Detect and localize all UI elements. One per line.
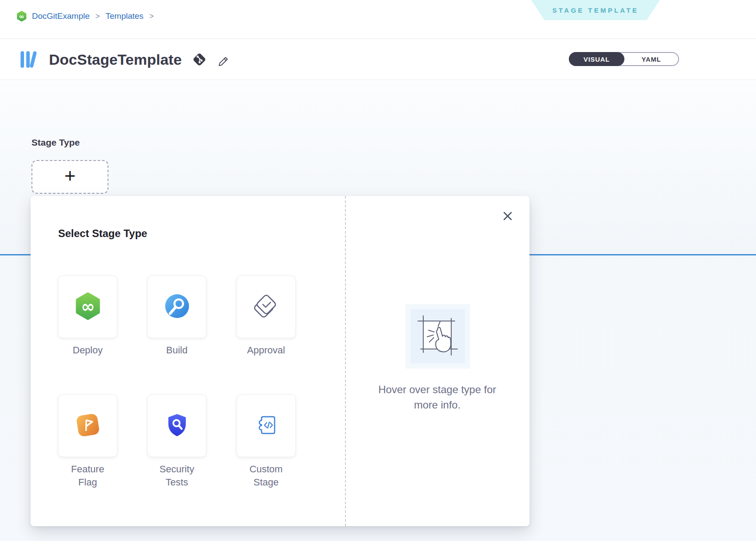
stage-type-label-approval: Approval — [247, 344, 285, 357]
page-title: DocStageTemplate — [49, 51, 182, 68]
popover-divider — [345, 196, 346, 526]
title-row: DocStageTemplate — [19, 49, 230, 70]
stage-type-label-deploy: Deploy — [73, 344, 102, 357]
breadcrumb-project-link[interactable]: DocGitExample — [32, 11, 90, 21]
hover-hint-line2: more info. — [345, 397, 530, 412]
stage-type-cell-deploy: ∞ Deploy — [58, 276, 117, 394]
hover-hint-illustration — [405, 304, 470, 369]
toggle-visual[interactable]: VISUAL — [569, 52, 624, 66]
approval-check-diamonds-icon — [252, 293, 281, 321]
stage-type-deploy[interactable]: ∞ — [58, 276, 117, 338]
stage-type-cell-feature-flag: Feature Flag — [58, 394, 117, 513]
hover-hint-line1: Hover over stage type for — [345, 382, 530, 397]
breadcrumb: ∞ DocGitExample > Templates > — [16, 10, 155, 22]
harness-project-hexagon-icon: ∞ — [16, 10, 27, 22]
stage-type-label: Stage Type — [31, 137, 80, 148]
stage-type-label-feature-flag: Feature Flag — [64, 463, 112, 489]
breadcrumb-separator: > — [148, 12, 155, 21]
top-header: ∞ DocGitExample > Templates > STAGE TEMP… — [0, 0, 756, 39]
stage-type-grid: ∞ Deploy — [58, 276, 296, 513]
stage-type-cell-custom-stage: Custom Stage — [237, 394, 296, 513]
git-sync-diamond-icon — [192, 52, 206, 66]
title-bar: DocStageTemplate VISUAL YA — [0, 39, 756, 80]
stage-type-approval[interactable] — [237, 276, 296, 338]
stage-type-custom-stage[interactable] — [237, 394, 296, 457]
add-stage-button[interactable]: + — [31, 160, 108, 194]
harness-ci-circle-magnifier-icon — [164, 293, 190, 321]
stage-type-feature-flag[interactable] — [58, 394, 117, 457]
custom-stage-code-ticket-icon — [254, 412, 279, 440]
click-hand-sketch-icon — [411, 309, 464, 364]
stage-type-cell-approval: Approval — [237, 276, 296, 394]
harness-cd-hexagon-infinity-icon: ∞ — [74, 292, 102, 322]
view-mode-toggle: VISUAL YAML — [569, 52, 679, 66]
stage-type-cell-build: Build — [147, 276, 206, 394]
breadcrumb-templates-link[interactable]: Templates — [106, 11, 144, 21]
svg-text:∞: ∞ — [81, 297, 95, 316]
breadcrumb-separator: > — [94, 12, 101, 21]
stage-type-label-build: Build — [166, 344, 188, 357]
stage-template-badge: STAGE TEMPLATE — [531, 0, 660, 20]
stage-type-build[interactable] — [147, 276, 206, 338]
template-library-bars-icon — [19, 49, 38, 70]
stage-type-label-security-tests: Security Tests — [153, 463, 201, 489]
edit-pencil-icon[interactable] — [217, 53, 230, 66]
svg-text:∞: ∞ — [19, 13, 24, 20]
toggle-yaml[interactable]: YAML — [624, 53, 678, 65]
stage-type-security-tests[interactable] — [147, 394, 206, 457]
hover-hint-text: Hover over stage type for more info. — [345, 382, 530, 412]
close-icon[interactable] — [502, 210, 514, 222]
feature-flag-icon — [74, 411, 102, 441]
security-shield-magnifier-icon — [164, 412, 190, 440]
stage-template-page: ∞ DocGitExample > Templates > STAGE TEMP… — [0, 0, 756, 541]
select-stage-type-popover: Select Stage Type ∞ Deploy — [31, 196, 530, 526]
stage-type-label-custom-stage: Custom Stage — [242, 463, 290, 489]
stage-type-cell-security-tests: Security Tests — [147, 394, 206, 513]
popover-heading: Select Stage Type — [58, 227, 147, 240]
hover-hint-illustration-inner — [411, 309, 465, 363]
